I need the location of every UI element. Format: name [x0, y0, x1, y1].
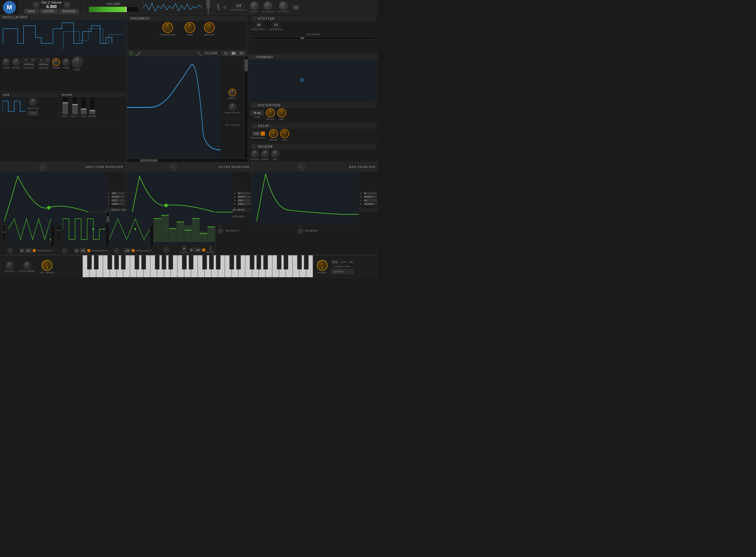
- pitch-bend-knob[interactable]: [23, 262, 31, 269]
- osc1-bar-handle[interactable]: [63, 102, 68, 104]
- up-button[interactable]: up: [293, 5, 299, 9]
- dist-drive-knob[interactable]: [266, 109, 275, 117]
- porta-knob[interactable]: [317, 260, 327, 271]
- step-seq-undo[interactable]: ↩: [164, 247, 169, 253]
- poly-lfo-note-icon[interactable]: ♩: [132, 249, 135, 252]
- filter-env-s-slider[interactable]: [238, 199, 251, 202]
- porta-off-label[interactable]: OFF: [331, 260, 339, 264]
- filter-type-lp-icon[interactable]: [135, 51, 141, 56]
- shuffle-knob[interactable]: [29, 98, 37, 106]
- keymod-random-icon[interactable]: ↩: [297, 228, 303, 234]
- stutter-power-button[interactable]: [253, 17, 256, 20]
- filter-env-depth-knob[interactable]: [228, 103, 236, 111]
- preset-next-btn[interactable]: >: [64, 2, 70, 7]
- delay-power-button[interactable]: [253, 124, 256, 128]
- osc-trans2-knob[interactable]: [52, 58, 60, 66]
- filter-type-hp-icon[interactable]: [197, 51, 202, 56]
- osc2-bar[interactable]: [72, 97, 78, 114]
- reverb-feedb-knob[interactable]: [251, 150, 259, 157]
- legato-box[interactable]: LEGATO: [331, 269, 354, 274]
- amp-env-a-slider[interactable]: [112, 192, 125, 195]
- osc-trans-knob[interactable]: [12, 58, 20, 66]
- mod-env-d-slider[interactable]: [364, 196, 377, 198]
- piano-keyboard[interactable]: C2 C3 C4 C5: [83, 255, 313, 278]
- amp-env-undo-button[interactable]: ↩: [39, 164, 46, 171]
- osc-tune-knob[interactable]: [2, 58, 10, 66]
- stutter-softness-slider[interactable]: [250, 37, 376, 39]
- osc-mod-knob[interactable]: [72, 56, 83, 68]
- step-seq-sync-button[interactable]: S: [190, 248, 193, 252]
- filter-drive-knob[interactable]: [228, 89, 236, 96]
- feedback-transpose-knob[interactable]: [162, 22, 173, 33]
- delay-note-icon[interactable]: ♩: [261, 131, 265, 136]
- amp-env-s-slider[interactable]: [112, 199, 125, 202]
- delay-feedb-knob[interactable]: [269, 129, 278, 138]
- poly-lfo-freq-value[interactable]: 1/4: [124, 248, 131, 253]
- delay-mix-knob[interactable]: [280, 129, 289, 138]
- sub-oct-button[interactable]: -OCT: [28, 111, 38, 116]
- reverb-damp-knob[interactable]: [261, 150, 269, 157]
- reverb-power-button[interactable]: [253, 145, 256, 148]
- filter-bottom-scrollbar[interactable]: [127, 158, 248, 162]
- filter-slope-sh[interactable]: SH: [238, 51, 245, 56]
- osc2-bar-handle[interactable]: [72, 104, 78, 105]
- export-button[interactable]: EXPORT: [39, 9, 58, 14]
- noise-bar[interactable]: [90, 97, 95, 114]
- osc-tune2-knob[interactable]: [62, 58, 70, 66]
- porta-on-label[interactable]: ON: [348, 260, 354, 264]
- sub-bar-handle[interactable]: [81, 109, 86, 110]
- filter-env-r-slider[interactable]: [238, 203, 251, 205]
- filter-env-d-slider[interactable]: [238, 196, 251, 198]
- filter-bottom-thumb[interactable]: [140, 159, 158, 162]
- save-button[interactable]: SAVE: [24, 9, 38, 14]
- distortion-power-button[interactable]: [253, 104, 256, 107]
- mod-env-s-slider[interactable]: [364, 199, 377, 202]
- filter-scrollbar-thumb[interactable]: [245, 59, 248, 71]
- unison1-ce-value[interactable]: 10.00 ce: [23, 62, 35, 66]
- arp-power-button[interactable]: ⏻: [223, 6, 227, 9]
- volume-bar-container[interactable]: [89, 6, 139, 12]
- amp-env-d-slider[interactable]: [112, 196, 125, 198]
- lfo1-sync-button[interactable]: S: [20, 249, 24, 253]
- arp-gate-knob[interactable]: [250, 1, 258, 10]
- mod-env-undo-button[interactable]: ↩: [298, 164, 305, 171]
- osc1-bar[interactable]: [62, 97, 68, 114]
- keymod-velocity-icon[interactable]: ↩: [217, 228, 223, 234]
- browse-button[interactable]: BROWSE: [59, 9, 79, 14]
- arp-octaves-knob[interactable]: [264, 1, 272, 10]
- bpm-slider[interactable]: [207, 0, 210, 8]
- noise-bar-handle[interactable]: [90, 110, 95, 111]
- lfo1-freq-value[interactable]: 1/2: [25, 248, 32, 253]
- lfo1-note-icon[interactable]: ♩: [33, 249, 36, 252]
- step-seq-note-icon[interactable]: ♩: [202, 248, 205, 252]
- stutter-softness-thumb[interactable]: [301, 37, 304, 39]
- dist-mix-knob[interactable]: [277, 109, 286, 117]
- porta-aut-label[interactable]: AUT: [340, 260, 347, 264]
- stutter-freq-value[interactable]: 1/8: [254, 23, 262, 28]
- formant-power-button[interactable]: [250, 55, 254, 59]
- stutter-resample-value[interactable]: 1/2: [272, 23, 280, 28]
- filter-power-button[interactable]: [129, 52, 133, 55]
- lfo2-bottom-undo[interactable]: ↩: [62, 248, 67, 253]
- step-seq-steps-value[interactable]: 8: [182, 246, 186, 251]
- sub-bar[interactable]: [81, 97, 87, 114]
- preset-prev-btn[interactable]: <: [33, 2, 39, 7]
- amp-env-r-slider[interactable]: [112, 203, 125, 205]
- formant-dot[interactable]: [300, 78, 304, 82]
- mod-env-r-slider[interactable]: [364, 203, 377, 205]
- unison2-v-value[interactable]: 1 v: [37, 58, 45, 62]
- unison1-v-value[interactable]: 5 v: [23, 58, 31, 62]
- lfo2-note-icon[interactable]: ♩: [87, 249, 90, 252]
- lfo2-sync-button[interactable]: S: [74, 249, 78, 253]
- lfo2-freq-value[interactable]: 1/4: [80, 248, 87, 253]
- slide-control[interactable]: [210, 246, 211, 251]
- mod-env-a-slider[interactable]: [364, 192, 377, 195]
- arp-pattern-knob[interactable]: [279, 1, 287, 10]
- filter-scrollbar[interactable]: [244, 56, 248, 158]
- reverb-mix-knob[interactable]: [272, 150, 279, 157]
- filter-env-undo-button[interactable]: ↩: [169, 164, 177, 171]
- voices-knob[interactable]: [6, 262, 13, 269]
- vel-track-knob[interactable]: [42, 260, 52, 271]
- filter-env-a-slider[interactable]: [238, 192, 251, 195]
- lfo1-bottom-undo[interactable]: ↩: [7, 248, 13, 253]
